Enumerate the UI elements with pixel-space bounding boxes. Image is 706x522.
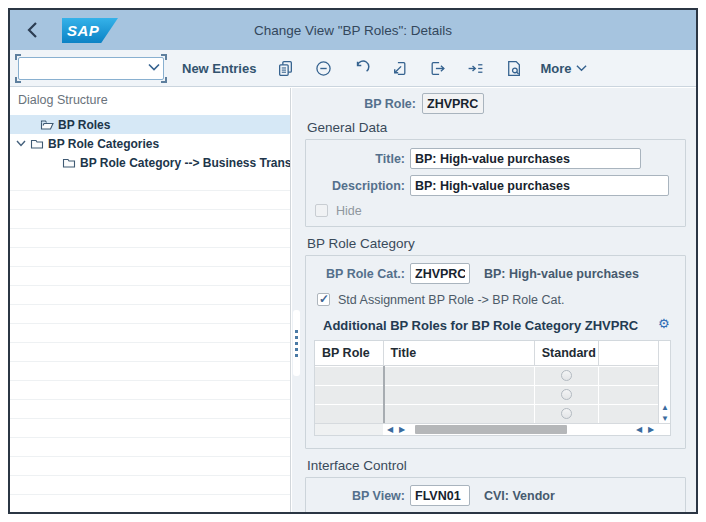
bp-role-category-section-title: BP Role Category bbox=[307, 236, 415, 251]
interface-control-group: BP View: CVI: Vendor bbox=[305, 477, 686, 512]
tree-item-bp-role-categories[interactable]: BP Role Categories bbox=[10, 134, 290, 153]
bp-role-field[interactable] bbox=[422, 93, 484, 114]
next-entry-icon bbox=[429, 60, 446, 77]
position-icon bbox=[467, 60, 484, 77]
next-entry-button[interactable] bbox=[420, 55, 454, 81]
titlebar: SAP Change View "BP Roles": Details bbox=[10, 10, 696, 50]
scroll-right-icon[interactable]: ▶ bbox=[646, 425, 656, 435]
tree-item-label: BP Role Categories bbox=[48, 137, 159, 151]
table-header-row: BP Role Title Standard bbox=[315, 341, 658, 366]
delete-button[interactable] bbox=[306, 55, 340, 81]
print-preview-icon bbox=[505, 60, 522, 77]
column-header-standard[interactable]: Standard bbox=[535, 341, 600, 365]
standard-radio[interactable] bbox=[561, 408, 572, 419]
additional-bp-roles-table: BP Role Title Standard bbox=[314, 340, 671, 436]
splitter-grip-icon[interactable] bbox=[293, 310, 300, 376]
title-field[interactable] bbox=[410, 148, 641, 169]
undo-icon bbox=[353, 60, 370, 77]
more-button[interactable]: More bbox=[540, 61, 587, 76]
tree-item-label: BP Roles bbox=[58, 118, 110, 132]
table-vertical-scrollbar[interactable]: ▲ ▼ bbox=[658, 341, 670, 424]
dialog-structure-panel: Dialog Structure BP Roles bbox=[10, 88, 291, 512]
print-preview-button[interactable] bbox=[496, 55, 530, 81]
dialog-structure-header: Dialog Structure bbox=[18, 93, 108, 107]
hide-checkbox[interactable] bbox=[315, 204, 328, 217]
undo-button[interactable] bbox=[344, 55, 378, 81]
toolbar: New Entries bbox=[10, 50, 696, 87]
command-combobox[interactable] bbox=[18, 57, 164, 80]
table-row[interactable] bbox=[315, 405, 658, 423]
folder-icon bbox=[62, 157, 76, 169]
std-assignment-checkbox[interactable] bbox=[317, 293, 330, 306]
delete-icon bbox=[315, 60, 332, 77]
table-row[interactable] bbox=[315, 386, 658, 404]
description-field[interactable] bbox=[410, 175, 669, 196]
copy-icon bbox=[277, 60, 294, 77]
scroll-left-icon[interactable]: ◀ bbox=[385, 425, 395, 435]
previous-entry-button[interactable] bbox=[382, 55, 416, 81]
chevron-down-icon bbox=[576, 64, 587, 72]
page-title: Change View "BP Roles": Details bbox=[10, 10, 696, 50]
table-horizontal-scrollbar[interactable]: ◀ ▶ ◀ ▶ bbox=[315, 423, 670, 435]
title-label: Title: bbox=[306, 152, 405, 166]
sap-window: SAP Change View "BP Roles": Details New … bbox=[8, 8, 698, 514]
chevron-down-icon[interactable] bbox=[16, 140, 26, 147]
standard-radio[interactable] bbox=[561, 370, 572, 381]
table-body bbox=[315, 366, 658, 424]
column-header-empty bbox=[599, 341, 658, 365]
focus-corner bbox=[161, 77, 167, 83]
cvi-vendor-text: CVI: Vendor bbox=[484, 489, 555, 503]
bp-role-cat-field[interactable] bbox=[410, 263, 470, 284]
scroll-right-icon[interactable]: ▶ bbox=[397, 425, 407, 435]
gear-icon[interactable]: ⚙ bbox=[658, 316, 670, 331]
focus-corner bbox=[15, 54, 21, 60]
hscroll-fixed-segment bbox=[315, 424, 383, 435]
panel-splitter[interactable] bbox=[292, 88, 301, 512]
column-header-bp-role[interactable]: BP Role bbox=[315, 341, 384, 365]
bp-role-cat-text: BP: High-value purchases bbox=[484, 267, 639, 281]
focus-corner bbox=[15, 77, 21, 83]
position-button[interactable] bbox=[458, 55, 492, 81]
folder-icon bbox=[30, 138, 44, 150]
std-assignment-label: Std Assignment BP Role -> BP Role Cat. bbox=[338, 293, 564, 307]
bp-view-field[interactable] bbox=[410, 485, 470, 506]
standard-radio[interactable] bbox=[561, 389, 572, 400]
scroll-left-icon[interactable]: ◀ bbox=[634, 425, 644, 435]
tree-item-bp-role-category-business-transaction[interactable]: BP Role Category --> Business Transactio… bbox=[10, 153, 290, 172]
details-panel: BP Role: General Data Title: Description… bbox=[301, 88, 696, 512]
open-folder-icon bbox=[40, 119, 54, 131]
command-combobox-wrap bbox=[18, 57, 164, 80]
new-entries-button[interactable]: New Entries bbox=[174, 57, 264, 80]
interface-control-section-title: Interface Control bbox=[307, 458, 407, 473]
table-row[interactable] bbox=[315, 367, 658, 385]
focus-corner bbox=[161, 54, 167, 60]
tree-item-bp-roles[interactable]: BP Roles bbox=[10, 115, 290, 134]
additional-bp-roles-table-title: Additional BP Roles for BP Role Category… bbox=[323, 318, 638, 333]
copy-button[interactable] bbox=[268, 55, 302, 81]
bp-role-label: BP Role: bbox=[301, 97, 416, 111]
general-data-group: Title: Description: Hide bbox=[305, 139, 686, 227]
more-label: More bbox=[540, 61, 571, 76]
frozen-column-divider bbox=[383, 366, 385, 424]
tree-empty-rows bbox=[10, 172, 290, 512]
previous-entry-icon bbox=[391, 60, 408, 77]
hide-checkbox-label: Hide bbox=[336, 204, 362, 218]
description-label: Description: bbox=[306, 179, 405, 193]
bp-role-cat-label: BP Role Cat.: bbox=[306, 267, 405, 281]
column-header-title[interactable]: Title bbox=[384, 341, 535, 365]
main-area: Dialog Structure BP Roles bbox=[10, 88, 696, 512]
scroll-up-icon[interactable]: ▲ bbox=[660, 403, 670, 413]
bp-role-category-group: BP Role Cat.: BP: High-value purchases S… bbox=[305, 255, 686, 449]
tree-item-label: BP Role Category --> Business Transactio… bbox=[80, 156, 291, 170]
bp-view-label: BP View: bbox=[306, 489, 405, 503]
hscroll-thumb[interactable] bbox=[415, 425, 567, 434]
general-data-section-title: General Data bbox=[307, 120, 387, 135]
